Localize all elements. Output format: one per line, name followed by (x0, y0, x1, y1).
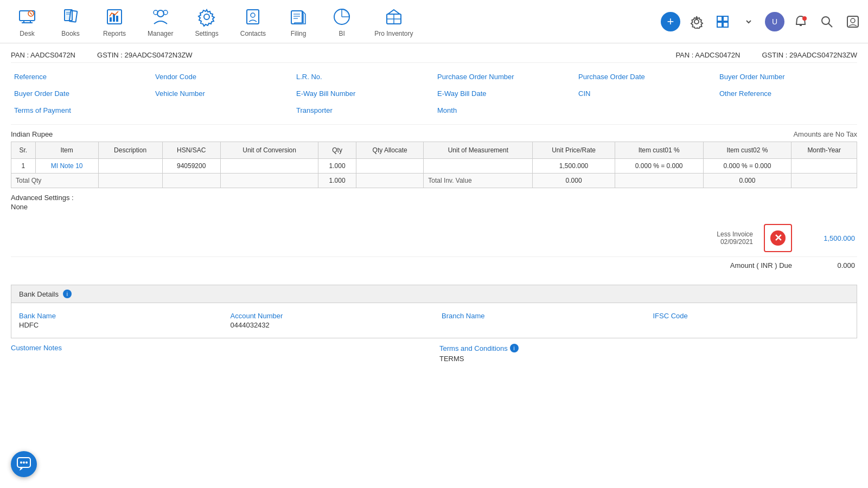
svg-rect-20 (291, 11, 302, 24)
bank-details-header: Bank Details i (11, 285, 857, 303)
terms-label[interactable]: Terms and Conditions i (439, 344, 857, 352)
terms-info-icon[interactable]: i (510, 344, 519, 352)
svg-point-38 (802, 16, 807, 21)
bank-details-title: Bank Details (19, 290, 59, 298)
nav-contacts[interactable]: Contacts (229, 2, 277, 42)
svg-marker-21 (295, 11, 305, 24)
ref-field-vehicle-number[interactable]: Vehicle Number (152, 85, 293, 102)
ref-field-buyer-order-number[interactable]: Buyer Order Number (716, 68, 857, 85)
nav-pro-inventory[interactable]: Pro Inventory (363, 2, 424, 42)
gear-button[interactable] (687, 12, 706, 31)
ifsc-code-label[interactable]: IFSC Code (653, 312, 850, 320)
cell-item[interactable]: MI Note 10 (35, 159, 98, 174)
gstin-block-right: GSTIN : 29AADCS0472N3ZW (762, 51, 857, 59)
bank-name-label[interactable]: Bank Name (19, 312, 215, 320)
col-sr: Sr. (11, 142, 36, 159)
user-profile-icon[interactable] (843, 12, 863, 31)
advanced-settings-value: None (11, 202, 857, 211)
notification-icon[interactable] (791, 12, 810, 31)
ref-field-terms-of-payment[interactable]: Terms of Payment (11, 102, 152, 119)
books-icon (60, 6, 81, 28)
account-number-label[interactable]: Account Number (231, 312, 427, 320)
pan-label-right: PAN : (675, 51, 693, 59)
col-qty: Qty (318, 142, 356, 159)
total-qty-empty1 (98, 174, 162, 188)
nav-settings[interactable]: Settings (184, 2, 229, 42)
total-qty-empty2 (162, 174, 220, 188)
ref-field-eway-bill-date[interactable]: E-Way Bill Date (434, 85, 575, 102)
svg-point-32 (694, 20, 699, 24)
svg-point-39 (822, 17, 829, 24)
grid-button[interactable] (713, 12, 732, 31)
less-invoice-value: 1,500.000 (803, 234, 857, 242)
total-qty-value: 1.000 (318, 174, 356, 188)
cell-item-cust01: 0.000 % = 0.000 (615, 159, 703, 174)
col-item: Item (35, 142, 98, 159)
nav-manager[interactable]: Manager (137, 2, 184, 42)
ref-field-lr-no[interactable]: L.R. No. (293, 68, 434, 85)
nav-reports[interactable]: Reports (92, 2, 137, 42)
nav-desk[interactable]: Desk (5, 2, 49, 42)
user-avatar[interactable]: U (765, 12, 784, 31)
ref-field-cin[interactable]: CIN (575, 85, 716, 102)
col-description: Description (98, 142, 162, 159)
search-icon[interactable] (817, 12, 837, 31)
branch-name-label[interactable]: Branch Name (442, 312, 638, 320)
reference-fields: Reference Vendor Code L.R. No. Purchase … (11, 62, 857, 124)
advanced-settings-title: Advanced Settings : (11, 194, 857, 202)
total-cust02-value: 0.000 (703, 174, 792, 188)
ifsc-code-field: IFSC Code (646, 309, 857, 332)
ref-field-purchase-order-date[interactable]: Purchase Order Date (575, 68, 716, 85)
col-hsn-sac: HSN/SAC (162, 142, 220, 159)
invoice-summary: Less Invoice 02/09/2021 ✕ 1,500.000 Amou… (11, 214, 857, 279)
total-qty-empty3 (220, 174, 318, 188)
close-invoice-box[interactable]: ✕ (764, 224, 792, 252)
customer-notes-link[interactable]: Customer Notes (11, 344, 62, 352)
less-invoice-label: Less Invoice 02/09/2021 (688, 230, 753, 246)
svg-rect-33 (717, 16, 722, 21)
cell-month-year (792, 159, 857, 174)
amount-due-label: Amount ( INR ) Due (716, 261, 792, 269)
currency-label: Indian Rupee (11, 130, 53, 138)
ref-field-buyer-order-date[interactable]: Buyer Order Date (11, 85, 152, 102)
total-inv-value: 0.000 (533, 174, 615, 188)
col-unit-measurement: Unit of Measurement (424, 142, 533, 159)
ref-field-purchase-order-number[interactable]: Purchase Order Number (434, 68, 575, 85)
total-month-empty (792, 174, 857, 188)
nav-bi[interactable]: BI (320, 2, 363, 42)
col-month-year: Month-Year (792, 142, 857, 159)
add-button[interactable]: + (661, 12, 680, 31)
gstin-block: GSTIN : 29AADCS0472N3ZW (97, 51, 193, 59)
ref-field-empty2 (575, 102, 716, 119)
col-unit-price: Unit Price/Rate (533, 142, 615, 159)
dropdown-chevron[interactable] (739, 12, 758, 31)
svg-point-45 (23, 461, 25, 464)
col-unit-conversion: Unit of Conversion (220, 142, 318, 159)
close-invoice-button[interactable]: ✕ (770, 230, 786, 246)
gstin-value-right: 29AADCS0472N3ZW (789, 51, 857, 59)
filing-icon (288, 6, 309, 28)
nav-books[interactable]: Books (49, 2, 92, 42)
svg-rect-12 (113, 14, 115, 22)
ref-field-reference[interactable]: Reference (11, 68, 152, 85)
nav-filing[interactable]: Filing (277, 2, 320, 42)
svg-line-40 (828, 23, 832, 27)
total-row: Total Qty 1.000 Total Inv. Value 0.000 0… (11, 174, 857, 188)
ref-field-transporter[interactable]: Transporter (293, 102, 434, 119)
top-nav: Desk Books Reports (0, 0, 868, 43)
bank-details-info-icon[interactable]: i (63, 290, 72, 298)
cell-description (98, 159, 162, 174)
cell-item-cust02: 0.000 % = 0.000 (703, 159, 792, 174)
ref-field-eway-bill-number[interactable]: E-Way Bill Number (293, 85, 434, 102)
ref-field-vendor-code[interactable]: Vendor Code (152, 68, 293, 85)
cell-hsn-sac: 94059200 (162, 159, 220, 174)
pan-label: PAN : (11, 51, 29, 59)
ref-field-month[interactable]: Month (434, 102, 575, 119)
main-content: PAN : AADCS0472N GSTIN : 29AADCS0472N3ZW… (0, 43, 868, 379)
svg-point-14 (157, 10, 164, 17)
desk-icon (16, 6, 38, 28)
chatbot-button[interactable] (11, 451, 37, 477)
amounts-note: Amounts are No Tax (793, 130, 857, 138)
ref-field-other-reference[interactable]: Other Reference (716, 85, 857, 102)
svg-rect-11 (110, 17, 112, 22)
